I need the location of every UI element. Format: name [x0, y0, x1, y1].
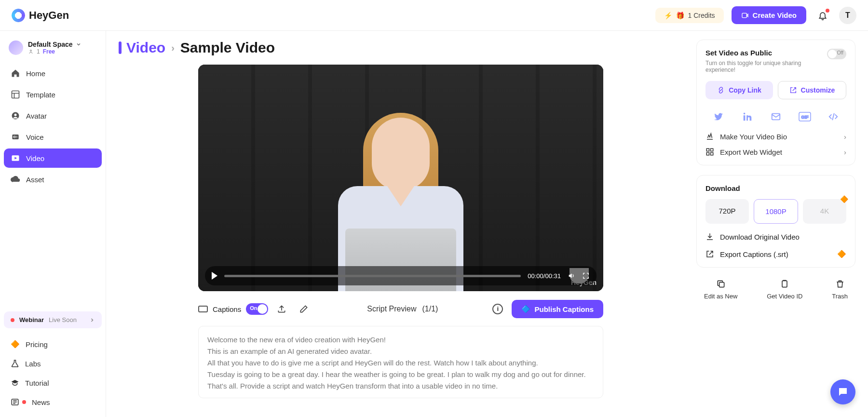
play-button[interactable]	[212, 272, 217, 280]
sidebar-item-home[interactable]: Home	[4, 64, 102, 83]
create-video-label: Create Video	[753, 11, 797, 19]
main-content: Video › Sample Video	[106, 31, 868, 417]
sidebar-item-label: Pricing	[26, 340, 48, 349]
sidebar-bottom: Webinar Live Soon 🔶 Pricing Labs Tutoria…	[4, 311, 102, 411]
gem-icon: 🔶	[840, 195, 848, 203]
download-original-link[interactable]: Download Original Video	[705, 232, 846, 241]
webinar-banner[interactable]: Webinar Live Soon	[4, 311, 102, 328]
public-toggle[interactable]: Off	[827, 49, 846, 59]
copy-link-button[interactable]: Copy Link	[705, 81, 773, 99]
share-twitter[interactable]	[707, 108, 730, 125]
members-icon	[28, 49, 34, 54]
download-icon	[705, 232, 714, 241]
player-controls: 00:00/00:31	[205, 266, 597, 285]
share-linkedin[interactable]	[736, 108, 759, 125]
mail-icon	[771, 111, 781, 122]
breadcrumb-section[interactable]: Video	[119, 40, 165, 56]
bottom-actions: Edit as New Get Video ID Trash	[696, 277, 855, 300]
sidebar: Default Space 1 Free Home Template	[0, 31, 106, 417]
sidebar-item-label: Voice	[26, 133, 44, 141]
twitter-icon	[713, 111, 724, 122]
download-card: Download 720P 1080P 4K🔶 Download Origina…	[696, 175, 855, 268]
page-title: Sample Video	[180, 40, 275, 56]
notifications-button[interactable]	[814, 7, 831, 24]
share-card: Set Video as Public Turn on this toggle …	[696, 40, 855, 165]
sidebar-item-news[interactable]: News	[4, 393, 102, 411]
seek-bar[interactable]	[224, 275, 521, 277]
res-4k[interactable]: 4K🔶	[803, 199, 846, 224]
section-bar-icon	[119, 41, 122, 54]
gif-icon: GIF	[799, 112, 811, 121]
chat-fab[interactable]	[830, 379, 855, 404]
svg-rect-17	[719, 282, 724, 287]
linkedin-icon	[742, 111, 753, 122]
captions-toggle[interactable]: On	[246, 303, 268, 315]
workspace-selector[interactable]: Default Space 1 Free	[4, 37, 102, 62]
share-gif[interactable]: GIF	[794, 108, 816, 125]
workspace-plan: Free	[43, 48, 55, 55]
sidebar-item-voice[interactable]: Voice	[4, 127, 102, 147]
lightning-icon: ⚡	[664, 12, 672, 19]
svg-rect-13	[706, 148, 709, 151]
video-icon	[11, 153, 20, 163]
info-button[interactable]: i	[492, 304, 503, 314]
sidebar-item-tutorial[interactable]: Tutorial	[4, 374, 102, 392]
sidebar-nav: Home Template Avatar Voice Video Asset	[4, 64, 102, 189]
gem-icon: 🔶	[11, 340, 20, 349]
sidebar-item-label: Tutorial	[25, 379, 49, 387]
right-rail: Set Video as Public Turn on this toggle …	[696, 40, 855, 417]
svg-rect-2	[12, 91, 19, 98]
video-presenter	[328, 118, 473, 291]
sidebar-item-label: Asset	[26, 175, 44, 184]
svg-point-4	[14, 114, 17, 116]
avatar-icon	[11, 111, 20, 121]
svg-rect-16	[711, 153, 713, 155]
publish-captions-button[interactable]: 🔷 Publish Captions	[512, 300, 603, 318]
res-720p[interactable]: 720P	[705, 199, 749, 224]
sidebar-item-pricing[interactable]: 🔶 Pricing	[4, 335, 102, 353]
sidebar-item-label: Template	[26, 91, 55, 99]
credits-pill[interactable]: ⚡ 🎁 1 Credits	[655, 8, 724, 23]
svg-rect-15	[706, 153, 709, 155]
create-video-button[interactable]: Create Video	[732, 6, 806, 24]
share-email[interactable]	[765, 108, 787, 125]
volume-icon[interactable]	[568, 272, 575, 280]
sidebar-item-template[interactable]: Template	[4, 85, 102, 104]
fullscreen-icon[interactable]	[582, 272, 590, 280]
edit-captions-button[interactable]	[295, 300, 312, 318]
download-title: Download	[705, 184, 846, 192]
live-dot-icon	[11, 318, 14, 322]
video-player[interactable]: HeyGen 00:00/00:31	[198, 65, 603, 291]
sidebar-item-avatar[interactable]: Avatar	[4, 106, 102, 125]
clipboard-icon	[780, 279, 789, 289]
chevron-right-icon	[89, 317, 95, 323]
svg-point-9	[743, 113, 745, 115]
sidebar-item-asset[interactable]: Asset	[4, 170, 102, 189]
sidebar-item-video[interactable]: Video	[4, 148, 102, 168]
chevron-right-icon: ›	[844, 133, 846, 141]
workspace-icon	[9, 40, 23, 55]
trash-button[interactable]: Trash	[832, 279, 848, 300]
asset-icon	[11, 175, 20, 184]
logo[interactable]: HeyGen	[12, 9, 69, 22]
script-preview-label: Script Preview (1/1)	[367, 305, 438, 313]
flask-icon	[11, 359, 19, 368]
share-icons: GIF	[705, 108, 846, 125]
user-avatar[interactable]: T	[839, 7, 856, 24]
export-icon	[705, 250, 714, 258]
video-bio-link[interactable]: Make Your Video Bio ›	[705, 125, 846, 141]
get-video-id-button[interactable]: Get Video ID	[767, 279, 802, 300]
export-widget-link[interactable]: Export Web Widget ›	[705, 141, 846, 156]
chat-icon	[837, 386, 849, 398]
customize-button[interactable]: Customize	[778, 81, 846, 99]
topbar-right: ⚡ 🎁 1 Credits Create Video T	[655, 6, 856, 24]
sidebar-item-labs[interactable]: Labs	[4, 354, 102, 373]
res-1080p[interactable]: 1080P	[754, 199, 798, 224]
edit-icon	[299, 304, 309, 314]
edit-as-new-button[interactable]: Edit as New	[704, 279, 737, 300]
share-embed[interactable]	[822, 108, 844, 125]
export-captions-link[interactable]: Export Captions (.srt) 🔶	[705, 250, 846, 258]
trash-icon	[835, 279, 845, 289]
webinar-title: Webinar	[19, 316, 44, 323]
upload-captions-button[interactable]	[273, 300, 290, 318]
